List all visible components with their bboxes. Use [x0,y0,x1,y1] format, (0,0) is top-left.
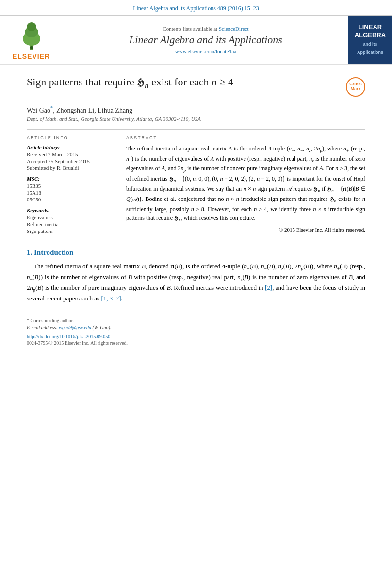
intro-title: 1. Introduction [27,249,365,257]
abstract-text: The refined inertia of a square real mat… [126,144,365,224]
authors-line: Wei Gao*, Zhongshan Li, Lihua Zhang [27,105,365,115]
corresponding-note: * Corresponding author. [27,318,365,323]
header-banner: ELSEVIER Contents lists available at Sci… [0,16,392,65]
msc-group: MSC: 15B35 15A18 05C50 [27,176,109,202]
received-date: Received 7 March 2015 [27,151,109,157]
abstract-copyright: © 2015 Elsevier Inc. All rights reserved… [126,227,365,232]
doi-link[interactable]: http://dx.doi.org/10.1016/j.laa.2015.09.… [27,334,365,339]
article-title-section: Sign patterns that require 𝕳n exist for … [27,75,365,97]
msc-code-1: 15B35 [27,183,109,189]
article-info-col: ARTICLE INFO Article history: Received 7… [27,135,116,239]
article-history: Article history: Received 7 March 2015 A… [27,144,109,171]
elsevier-logo-section: ELSEVIER [0,16,63,64]
keyword-3: Sign pattern [27,228,109,234]
journal-title-header: Linear Algebra and its Applications [129,33,282,46]
article-title: Sign patterns that require 𝕳n exist for … [27,75,339,91]
keyword-1: Eigenvalues [27,215,109,220]
msc-code-3: 05C50 [27,197,109,202]
keywords-heading: Keywords: [27,207,109,213]
email-line: E-mail address: wgao9@gsu.edu (W. Gao). [27,325,365,330]
history-subheading: Article history: [27,144,109,150]
main-content: Sign patterns that require 𝕳n exist for … [0,65,392,355]
msc-heading: MSC: [27,176,109,182]
crossmark-logo[interactable]: CrossMark [346,77,365,97]
abstract-col: ABSTRACT The refined inertia of a square… [126,135,365,239]
email-address[interactable]: wgao9@gsu.edu [59,325,91,330]
keyword-2: Refined inertia [27,221,109,227]
svg-point-4 [30,46,33,49]
elsevier-tree-icon [12,19,51,51]
accepted-date: Accepted 25 September 2015 [27,158,109,164]
authors-section: Wei Gao*, Zhongshan Li, Lihua Zhang Dept… [27,105,365,122]
submitted-by: Submitted by R. Brualdi [27,165,109,171]
journal-citation: Linear Algebra and its Applications 489 … [0,0,392,16]
keywords-group: Keywords: Eigenvalues Refined inertia Si… [27,207,109,234]
article-info-heading: ARTICLE INFO [27,135,109,140]
crossmark-badge: CrossMark [346,77,365,97]
journal-citation-text: Linear Algebra and its Applications 489 … [133,5,259,12]
two-col-section: ARTICLE INFO Article history: Received 7… [27,129,365,239]
email-label: E-mail address: [27,325,58,330]
elsevier-logo: ELSEVIER [12,19,51,60]
intro-paragraph: The refined inertia of a square real mat… [27,262,365,304]
introduction-section: 1. Introduction The refined inertia of a… [27,249,365,304]
msc-code-2: 15A18 [27,190,109,196]
footer-section: * Corresponding author. E-mail address: … [27,314,365,346]
author-1: Wei Gao [27,107,50,114]
sciencedirect-link[interactable]: ScienceDirect [219,26,249,32]
elsevier-wordmark: ELSEVIER [13,52,50,60]
journal-header-center: Contents lists available at ScienceDirec… [63,16,348,64]
abstract-heading: ABSTRACT [126,135,365,140]
journal-url[interactable]: www.elsevier.com/locate/laa [175,49,236,54]
contents-line: Contents lists available at ScienceDirec… [163,26,248,32]
affiliation: Dept. of Math. and Stat., Georgia State … [27,116,365,122]
email-suffix: (W. Gao). [93,325,112,330]
issn-line: 0024-3795/© 2015 Elsevier Inc. All right… [27,340,365,346]
badge-title: LINEARALGEBRA and itsApplications [355,23,386,56]
journal-badge: LINEARALGEBRA and itsApplications [348,16,392,64]
svg-point-3 [27,22,36,31]
